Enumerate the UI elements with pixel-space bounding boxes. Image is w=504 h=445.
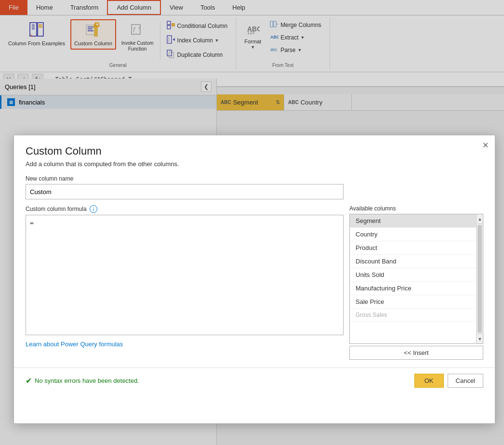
formula-label-text: Custom column formula bbox=[26, 206, 87, 212]
available-column-gross-sales[interactable]: Gross Sales bbox=[350, 309, 483, 322]
available-column-product[interactable]: Product bbox=[350, 241, 483, 255]
available-column-sale-price[interactable]: Sale Price bbox=[350, 295, 483, 309]
available-column-units-sold[interactable]: Units Sold bbox=[350, 268, 483, 282]
status-container: ✔ No syntax errors have been detected. bbox=[26, 376, 411, 385]
custom-column-modal: ✕ Custom Column Add a column that is com… bbox=[13, 135, 495, 424]
available-columns-section: Available columns Segment Country Produc… bbox=[349, 205, 483, 360]
modal-body: New column name Custom column formula i … bbox=[14, 175, 495, 367]
modal-overlay: ✕ Custom Column Add a column that is com… bbox=[0, 0, 504, 445]
formula-editor[interactable]: = bbox=[26, 215, 344, 335]
formula-left: Custom column formula i = Learn about Po… bbox=[26, 205, 344, 360]
new-column-name-label: New column name bbox=[26, 175, 483, 182]
modal-subtitle: Add a column that is computed from the o… bbox=[14, 160, 495, 175]
insert-button[interactable]: << Insert bbox=[349, 346, 483, 360]
scroll-up-btn[interactable]: ▲ bbox=[477, 214, 483, 224]
modal-title: Custom Column bbox=[14, 135, 495, 160]
available-columns-inner: Segment Country Product Discount Band Un… bbox=[350, 214, 483, 343]
new-column-name-input[interactable] bbox=[26, 184, 344, 199]
formula-info-icon[interactable]: i bbox=[90, 205, 97, 213]
learn-link[interactable]: Learn about Power Query formulas bbox=[26, 340, 123, 348]
learn-link-container: Learn about Power Query formulas bbox=[26, 340, 344, 348]
available-column-manufacturing-price[interactable]: Manufacturing Price bbox=[350, 282, 483, 295]
available-list-scrollbar: ▲ ▼ bbox=[476, 214, 483, 343]
status-check-icon: ✔ bbox=[26, 376, 32, 385]
scroll-track bbox=[477, 225, 482, 333]
available-column-segment[interactable]: Segment bbox=[350, 214, 483, 228]
available-column-country[interactable]: Country bbox=[350, 228, 483, 241]
modal-close-button[interactable]: ✕ bbox=[479, 139, 491, 151]
modal-footer: ✔ No syntax errors have been detected. O… bbox=[14, 367, 495, 393]
available-columns-title: Available columns bbox=[349, 205, 483, 212]
ok-button[interactable]: OK bbox=[414, 374, 444, 388]
status-text: No syntax errors have been detected. bbox=[35, 377, 139, 384]
scroll-down-btn[interactable]: ▼ bbox=[477, 334, 483, 343]
cancel-button[interactable]: Cancel bbox=[448, 374, 483, 388]
available-columns-list: Segment Country Product Discount Band Un… bbox=[349, 214, 483, 344]
formula-label-row: Custom column formula i bbox=[26, 205, 344, 213]
formula-section: Custom column formula i = Learn about Po… bbox=[26, 205, 483, 360]
available-column-discount-band[interactable]: Discount Band bbox=[350, 255, 483, 268]
